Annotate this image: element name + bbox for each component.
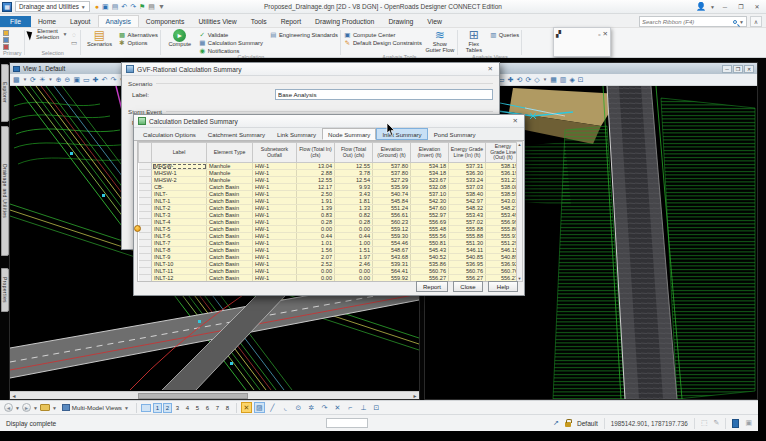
table-cell[interactable]: 555.88 (449, 226, 486, 233)
tab-node-summary[interactable]: Node Summary (322, 128, 376, 140)
table-cell[interactable]: Catch Basin (207, 184, 253, 191)
selection-shape-icon[interactable]: ▭ (71, 39, 78, 47)
show-gutter-flow-button[interactable]: ≋ Show Gutter Flow (425, 29, 455, 54)
tool-icon[interactable]: ▞ (556, 30, 561, 38)
tab-file[interactable]: File (0, 16, 31, 27)
view-toggle-7[interactable]: 7 (213, 403, 222, 413)
table-cell[interactable]: 523.67 (411, 177, 449, 184)
table-cell[interactable]: 555.48 (411, 226, 449, 233)
collapse-ribbon-button[interactable]: ∧ (750, 16, 762, 27)
table-cell[interactable]: 534.18 (411, 170, 449, 177)
table-cell[interactable]: 0.00 (297, 226, 335, 233)
table-cell[interactable]: CB- (152, 184, 207, 191)
table-cell[interactable]: HW-1 (253, 268, 297, 275)
tab-tools[interactable]: Tools (244, 16, 274, 27)
table-cell[interactable]: 2.07 (297, 254, 335, 261)
table-cell[interactable]: 0.82 (335, 212, 373, 219)
table-cell[interactable]: HW-1 (253, 233, 297, 240)
table-cell[interactable]: 548.27 (486, 205, 521, 212)
table-cell[interactable]: 547.60 (411, 205, 449, 212)
table-cell[interactable]: HW-1 (253, 247, 297, 254)
primary-tool-icon[interactable] (3, 37, 9, 43)
close-button[interactable]: ✕ (751, 2, 763, 12)
row-selector[interactable] (139, 198, 152, 205)
multisnap-icon[interactable]: ▨ (254, 402, 265, 413)
table-cell[interactable]: Catch Basin (207, 247, 253, 254)
table-cell[interactable]: 0.00 (335, 275, 373, 282)
column-header[interactable]: Subnetwork Outfall (253, 143, 297, 163)
table-cell[interactable]: 537.80 (373, 163, 411, 170)
table-cell[interactable]: 538.08 (486, 184, 521, 191)
row-selector[interactable] (139, 275, 152, 282)
rotate-view-icon[interactable]: ⟲ (517, 75, 523, 85)
alternatives-button[interactable]: ▩ Alternatives (119, 31, 158, 38)
view-toggle-3[interactable]: 3 (173, 403, 182, 413)
row-selector[interactable] (139, 254, 152, 261)
tab-layout[interactable]: Layout (63, 16, 97, 27)
scroll-left-icon[interactable]: ◄ (10, 393, 18, 399)
row-selector[interactable] (139, 205, 152, 212)
table-cell[interactable]: INLT-2 (152, 205, 207, 212)
table-cell[interactable]: Catch Basin (207, 219, 253, 226)
view-toggle-6[interactable]: 6 (203, 403, 212, 413)
open-folder-icon[interactable] (40, 404, 50, 411)
table-cell[interactable]: 3.43 (335, 191, 373, 198)
fence-icon[interactable]: ⬚ (701, 419, 708, 427)
annotation-icon[interactable]: ✎ (714, 419, 720, 427)
table-row[interactable]: INLT-3Catch BasinHW-10.830.82556.61552.9… (139, 212, 521, 219)
tab-drawing-production[interactable]: Drawing Production (308, 16, 381, 27)
nearest-snap-icon[interactable]: ╱ (267, 402, 278, 413)
chevron-down-icon[interactable]: ▼ (48, 75, 52, 85)
accusnap-toggle-icon[interactable]: ✕ (241, 402, 252, 413)
chevron-down-icon[interactable]: ▼ (710, 4, 715, 10)
table-cell[interactable]: 537.10 (411, 191, 449, 198)
table-cell[interactable]: 556.69 (411, 219, 449, 226)
chevron-down-icon[interactable]: ▼ (15, 405, 20, 411)
table-cell[interactable]: 540.74 (373, 191, 411, 198)
row-selector[interactable] (139, 219, 152, 226)
table-cell[interactable]: MHSW-1 (152, 170, 207, 177)
table-row[interactable]: INLT-10Catch BasinHW-12.522.46539.31535.… (139, 261, 521, 268)
clip-volume-icon[interactable]: ◇ (534, 75, 539, 85)
table-cell[interactable]: Catch Basin (207, 275, 253, 282)
table-cell[interactable]: 0.44 (335, 233, 373, 240)
table-cell[interactable]: INLT-10 (152, 261, 207, 268)
table-cell[interactable]: 1.33 (335, 205, 373, 212)
view-toggle-1[interactable]: 1 (153, 403, 162, 413)
view-attributes-icon[interactable]: ▩ (13, 75, 20, 85)
table-cell[interactable]: INLT-7 (152, 240, 207, 247)
table-cell[interactable]: HW-1 (253, 275, 297, 282)
lock-icon[interactable] (565, 422, 571, 427)
restore-icon[interactable]: ❐ (733, 65, 743, 73)
zoom-in-icon[interactable]: ⊕ (56, 75, 62, 85)
view-next-icon[interactable]: ↷ (110, 75, 116, 85)
undo-icon[interactable]: ↶ (121, 3, 127, 11)
chevron-down-icon[interactable]: ▼ (739, 19, 744, 25)
table-cell[interactable]: 538.59 (486, 191, 521, 198)
row-selector[interactable] (139, 184, 152, 191)
view-rotation-icon[interactable]: ⟳ (525, 75, 531, 85)
flex-tables-button[interactable]: ⊞ Flex Tables (461, 29, 487, 54)
close-icon[interactable]: ✕ (744, 65, 754, 73)
view-toggle-5[interactable]: 5 (193, 403, 202, 413)
chevron-down-icon[interactable]: ▼ (543, 75, 547, 85)
tab-view[interactable]: View (420, 16, 449, 27)
table-cell[interactable]: 540.89 (486, 254, 521, 261)
row-selector[interactable] (139, 212, 152, 219)
table-cell[interactable]: 538.40 (449, 191, 486, 198)
table-cell[interactable]: 543.01 (486, 198, 521, 205)
table-cell[interactable]: 531.23 (486, 177, 521, 184)
table-cell[interactable]: 551.30 (449, 240, 486, 247)
table-cell[interactable]: Catch Basin (207, 254, 253, 261)
help-button[interactable]: Help (488, 281, 518, 292)
table-cell[interactable]: HW-1 (253, 226, 297, 233)
table-cell[interactable]: 539.31 (373, 261, 411, 268)
close-icon[interactable]: ✕ (486, 65, 495, 73)
compute-button[interactable]: ► Compute (164, 29, 196, 48)
save-icon[interactable]: ▣ (102, 3, 109, 11)
table-row[interactable]: INLT-2Catch BasinHW-11.391.33551.24547.6… (139, 205, 521, 212)
column-header[interactable]: Flow (Total Out) (cfs) (335, 143, 373, 163)
table-row[interactable]: MHSW-2ManholeHW-112.5512.54527.29523.675… (139, 177, 521, 184)
sidetab-properties[interactable]: Properties (1, 268, 9, 312)
table-cell[interactable]: 542.97 (449, 198, 486, 205)
